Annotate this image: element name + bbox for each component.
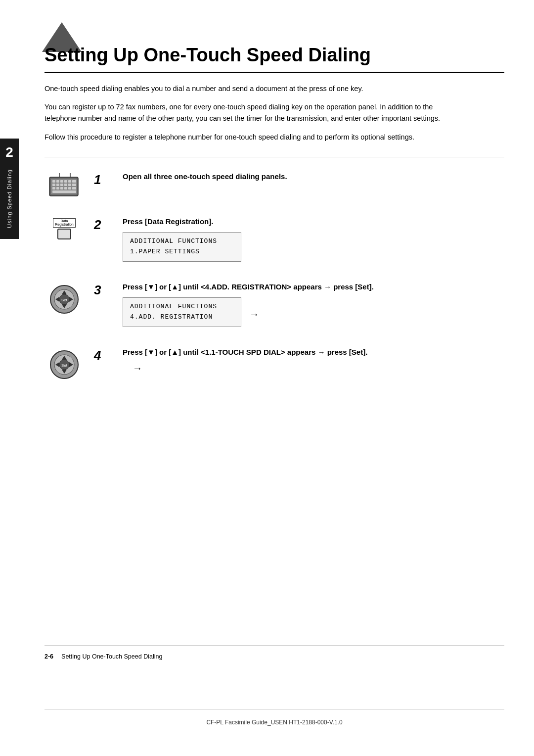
svg-rect-9 <box>56 184 59 186</box>
svg-rect-12 <box>68 184 71 186</box>
footer-content: 2-6 Setting Up One-Touch Speed Dialing <box>0 646 534 667</box>
side-tab-number: 2 <box>5 144 13 160</box>
step-2-content: Press [Data Registration]. ADDITIONAL FU… <box>123 216 504 266</box>
svg-rect-3 <box>56 180 59 183</box>
step-1-number: 1 <box>94 172 108 188</box>
step-3-lcd: ADDITIONAL FUNCTIONS 4.ADD. REGISTRATION <box>123 297 241 327</box>
set-button-icon-4: Set <box>48 349 81 381</box>
bottom-footer: CF-PL Facsimile Guide_USEN HT1-2188-000-… <box>44 709 504 726</box>
step-1-content: Open all three one-touch speed dialing p… <box>123 171 504 188</box>
svg-rect-4 <box>60 180 63 183</box>
step-3-number: 3 <box>94 283 108 298</box>
svg-rect-11 <box>64 184 67 186</box>
title-area: Setting Up One-Touch Speed Dialing <box>44 30 504 73</box>
set-button-icon-3: Set <box>48 284 81 316</box>
step-4-text: Press [▼] or [▲] until <1.1-TOUCH SPD DI… <box>123 347 504 358</box>
step-1-icon <box>44 171 84 200</box>
step-3-row: Set 3 Press [▼] or [▲] until <4.ADD. REG… <box>44 282 504 331</box>
intro-para-3: Follow this procedure to register a tele… <box>44 132 450 143</box>
svg-rect-13 <box>72 184 76 186</box>
intro-para-1: One-touch speed dialing enables you to d… <box>44 83 450 94</box>
step-2-text: Press [Data Registration]. <box>123 216 504 228</box>
step-3-content: Press [▼] or [▲] until <4.ADD. REGISTRAT… <box>123 282 504 331</box>
svg-rect-2 <box>52 180 55 183</box>
svg-rect-10 <box>60 184 63 186</box>
main-content: Setting Up One-Touch Speed Dialing One-t… <box>44 0 504 381</box>
page: 2 Using Speed Dialing Setting Up One-Tou… <box>0 0 534 756</box>
step-3-arrow: → <box>249 309 259 320</box>
side-tab: 2 Using Speed Dialing <box>0 139 19 239</box>
svg-text:Set: Set <box>61 298 67 302</box>
step-2-number: 2 <box>94 217 108 233</box>
svg-rect-19 <box>72 187 76 189</box>
step-1-text: Open all three one-touch speed dialing p… <box>123 171 504 183</box>
steps-container: 1 Open all three one-touch speed dialing… <box>44 171 504 381</box>
step-2-row: DataRegistration 2 Press [Data Registrat… <box>44 216 504 266</box>
data-reg-label: DataRegistration <box>53 218 75 228</box>
svg-rect-17 <box>64 187 67 189</box>
svg-rect-8 <box>52 184 55 186</box>
svg-text:Set: Set <box>61 363 67 368</box>
svg-rect-15 <box>56 187 59 189</box>
svg-rect-18 <box>68 187 71 189</box>
footer-page-label: Setting Up One-Touch Speed Dialing <box>61 653 162 660</box>
step-1-row: 1 Open all three one-touch speed dialing… <box>44 171 504 200</box>
step-3-icon: Set <box>44 282 84 316</box>
step-2-lcd: ADDITIONAL FUNCTIONS 1.PAPER SETTINGS <box>123 232 241 262</box>
step-4-number: 4 <box>94 348 108 363</box>
step-3-lcd-row: ADDITIONAL FUNCTIONS 4.ADD. REGISTRATION… <box>123 297 504 331</box>
page-title: Setting Up One-Touch Speed Dialing <box>44 45 504 73</box>
step-3-text: Press [▼] or [▲] until <4.ADD. REGISTRAT… <box>123 282 504 293</box>
svg-rect-7 <box>72 180 76 183</box>
svg-rect-14 <box>52 187 55 189</box>
bottom-footer-text: CF-PL Facsimile Guide_USEN HT1-2188-000-… <box>206 719 342 726</box>
section-divider <box>44 157 504 157</box>
keyboard-icon <box>48 173 81 200</box>
svg-rect-6 <box>68 180 71 183</box>
side-tab-label: Using Speed Dialing <box>6 164 12 233</box>
svg-rect-5 <box>64 180 67 183</box>
svg-rect-20 <box>52 190 76 193</box>
step-4-standalone-arrow: → <box>123 363 504 374</box>
data-registration-icon: DataRegistration <box>53 218 75 239</box>
step-2-icon: DataRegistration <box>44 216 84 239</box>
data-reg-button <box>57 229 71 239</box>
svg-rect-16 <box>60 187 63 189</box>
footer-page-ref: 2-6 <box>44 653 53 660</box>
step-4-row: Set 4 Press [▼] or [▲] until <1.1-TOUCH … <box>44 347 504 381</box>
footer-left: 2-6 Setting Up One-Touch Speed Dialing <box>44 653 162 660</box>
intro-para-2: You can register up to 72 fax numbers, o… <box>44 101 450 124</box>
footer-area: 2-6 Setting Up One-Touch Speed Dialing <box>0 646 534 667</box>
step-4-content: Press [▼] or [▲] until <1.1-TOUCH SPD DI… <box>123 347 504 375</box>
step-4-icon: Set <box>44 347 84 381</box>
